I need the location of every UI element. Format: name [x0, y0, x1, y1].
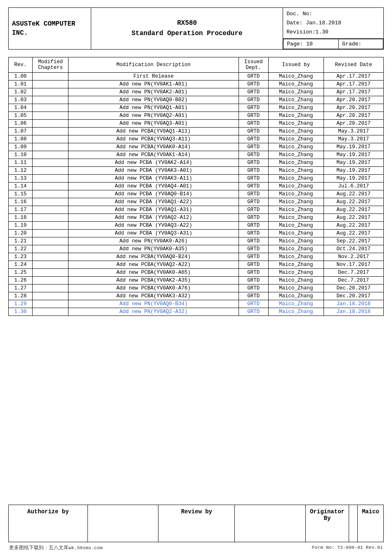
cell-dept: GRTD	[239, 159, 269, 167]
cell-rev: 1.10	[9, 151, 33, 159]
cell-rev: 1.22	[9, 245, 33, 253]
col-header-dept: Issued Dept.	[239, 57, 269, 73]
table-row: 1.14Add new PCBA (YV0AQ4-A01)GRTDMaico_Z…	[9, 183, 384, 190]
cell-dept: GRTD	[239, 128, 269, 135]
revision-table: Rev. Modified Chapters Modification Desc…	[8, 57, 384, 316]
cell-date: May.3.2017	[324, 135, 383, 143]
cell-chapters	[33, 300, 68, 308]
cell-date: Dec.7.2017	[324, 277, 383, 285]
cell-chapters	[33, 253, 68, 261]
cell-rev: 1.05	[9, 112, 33, 120]
cell-issuedby: Maico_Zhang	[269, 88, 324, 96]
cell-date: Nov.17.2017	[324, 261, 383, 269]
table-row: 1.09Add new PCBA(YV0AK0-A14)GRTDMaico_Zh…	[9, 143, 384, 151]
cell-dept: GRTD	[239, 269, 269, 277]
table-row: 1.19Add new PCBA (YV0AQ3-A22)GRTDMaico_Z…	[9, 222, 384, 230]
cell-description: Add new PN(YV0AK0-A35)	[68, 245, 239, 253]
cell-chapters	[33, 237, 68, 245]
table-row: 1.30Add new PN(YV0AQ2-A32)GRTDMaico_Zhan…	[9, 308, 384, 316]
cell-description: Add new PCBA(YV0AQ3-A11)	[68, 135, 239, 143]
originator-cell: Originator By	[305, 505, 349, 542]
cell-issuedby: Maico_Zhang	[269, 96, 324, 104]
cell-description: Add new PN(YV0AQ2-A01)	[68, 112, 239, 120]
cell-date: Aug.22.2017	[324, 230, 383, 237]
cell-dept: GRTD	[239, 151, 269, 159]
table-row: 1.21Add new PN(YV0AK0-A26)GRTDMaico_Zhan…	[9, 237, 384, 245]
cell-dept: GRTD	[239, 253, 269, 261]
cell-date: Aug.22.2017	[324, 198, 383, 206]
cell-rev: 1.25	[9, 269, 33, 277]
review-value-cell	[235, 505, 305, 542]
cell-date: Apr.20.2017	[324, 112, 383, 120]
footer-right: Form No: T2-009-01 Rev.01	[312, 545, 383, 551]
cell-chapters	[33, 206, 68, 214]
cell-issuedby: Maico_Zhang	[269, 285, 324, 292]
cell-dept: GRTD	[239, 285, 269, 292]
cell-description: Add new PCBA (YV0AQ0-B14)	[68, 190, 239, 198]
cell-rev: 1.08	[9, 135, 33, 143]
cell-rev: 1.02	[9, 88, 33, 96]
cell-chapters	[33, 143, 68, 151]
cell-date: Apr.20.2017	[324, 104, 383, 112]
cell-dept: GRTD	[239, 198, 269, 206]
table-row: 1.12Add new PCBA (YV0AK3-A01)GRTDMaico_Z…	[9, 167, 384, 175]
table-row: 1.07Add new PCBA(YV0AQ1-A11)GRTDMaico_Zh…	[9, 128, 384, 135]
cell-description: Add new PCBA(YV0AK0-A76)	[68, 285, 239, 292]
cell-date: Nov.2.2017	[324, 253, 383, 261]
col-header-date: Revised Date	[324, 57, 383, 73]
table-row: 1.25Add new PCBA(YV0AK0-A65)GRTDMaico_Zh…	[9, 269, 384, 277]
cell-issuedby: Maico_Zhang	[269, 120, 324, 128]
cell-issuedby: Maico_Zhang	[269, 167, 324, 175]
cell-dept: GRTD	[239, 190, 269, 198]
table-row: 1.05Add new PN(YV0AQ2-A01)GRTDMaico_Zhan…	[9, 112, 384, 120]
table-row: 1.16Add new PCBA (YV0AQ1-A22)GRTDMaico_Z…	[9, 198, 384, 206]
cell-dept: GRTD	[239, 261, 269, 269]
cell-dept: GRTD	[239, 81, 269, 88]
cell-rev: 1.17	[9, 206, 33, 214]
cell-chapters	[33, 112, 68, 120]
cell-chapters	[33, 73, 68, 81]
cell-chapters	[33, 285, 68, 292]
cell-description: Add new PCBA (YV0AQ4-A01)	[68, 183, 239, 190]
cell-rev: 1.16	[9, 198, 33, 206]
footer-left: 更多图纸下载到：五八文库wk.58sms.com	[9, 545, 103, 551]
cell-chapters	[33, 308, 68, 316]
cell-rev: 1.29	[9, 300, 33, 308]
cell-dept: GRTD	[239, 135, 269, 143]
cell-date: May.19.2017	[324, 143, 383, 151]
cell-description: Add new PCBA(YV0AK0-A65)	[68, 269, 239, 277]
cell-dept: GRTD	[239, 175, 269, 183]
cell-description: Add new PCBA(YV0AK2-A35)	[68, 277, 239, 285]
cell-description: Add new PN(YV0AK1-A01)	[68, 81, 239, 88]
cell-date: Dec.20.2017	[324, 292, 383, 300]
cell-description: Add new PCBA (YV0AQ3-A31)	[68, 230, 239, 237]
cell-chapters	[33, 222, 68, 230]
cell-issuedby: Maico_Zhang	[269, 261, 324, 269]
cell-description: Add new PCBA (YV0AK2-A14)	[68, 159, 239, 167]
cell-chapters	[33, 175, 68, 183]
cell-dept: GRTD	[239, 143, 269, 151]
table-row: 1.26Add new PCBA(YV0AK2-A35)GRTDMaico_Zh…	[9, 277, 384, 285]
cell-date: Sep.22.2017	[324, 237, 383, 245]
cell-description: Add new PCBA (YV0AQ1-A31)	[68, 206, 239, 214]
table-row: 1.04Add new PN(YV0AQ1-A01)GRTDMaico_Zhan…	[9, 104, 384, 112]
cell-chapters	[33, 96, 68, 104]
header-table: ASUSTeK COMPUTER INC. RX580 Standard Ope…	[8, 7, 384, 50]
cell-rev: 1.21	[9, 237, 33, 245]
cell-chapters	[33, 214, 68, 222]
cell-issuedby: Maico_Zhang	[269, 253, 324, 261]
grade-info: Grade:	[339, 39, 383, 49]
cell-dept: GRTD	[239, 308, 269, 316]
cell-dept: GRTD	[239, 96, 269, 104]
table-row: 1.02Add new PN(YV0AK2-A01)GRTDMaico_Zhan…	[9, 88, 384, 96]
cell-issuedby: Maico_Zhang	[269, 245, 324, 253]
cell-chapters	[33, 88, 68, 96]
col-header-chapters: Modified Chapters	[33, 57, 68, 73]
table-row: 1.23Add new PCBA(YV0AQ0-B24)GRTDMaico_Zh…	[9, 253, 384, 261]
cell-chapters	[33, 269, 68, 277]
cell-description: Add new PCBA(YV0AQ0-B24)	[68, 253, 239, 261]
cell-dept: GRTD	[239, 112, 269, 120]
cell-dept: GRTD	[239, 222, 269, 230]
cell-description: Add new PCBA(YV0AK3-A32)	[68, 292, 239, 300]
cell-date: Apr.17.2017	[324, 88, 383, 96]
